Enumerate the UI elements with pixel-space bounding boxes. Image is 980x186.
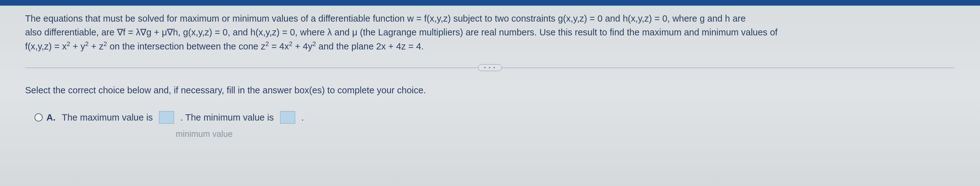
exp: 2 [67, 40, 70, 47]
problem-line-3-prefix: f(x,y,z) = x [25, 41, 67, 51]
max-value-input[interactable] [159, 111, 174, 124]
choice-a-label: A. [46, 112, 56, 123]
section-divider: • • • [25, 64, 955, 71]
problem-line-1: The equations that must be solved for ma… [25, 13, 746, 24]
problem-statement: The equations that must be solved for ma… [25, 12, 955, 53]
problem-line-3-mid4: = 4x [269, 41, 289, 51]
exp: 2 [266, 40, 269, 47]
exp: 2 [85, 40, 89, 47]
problem-line-3-mid3: on the intersection between the cone z [107, 41, 266, 51]
divider-line-left [25, 68, 478, 68]
radio-choice-a[interactable] [35, 113, 43, 121]
problem-line-3-mid1: + y [70, 41, 85, 51]
exp: 2 [103, 40, 107, 47]
content-area: The equations that must be solved for ma… [0, 6, 980, 139]
instruction-text: Select the correct choice below and, if … [25, 85, 955, 96]
choice-a-min-text: . The minimum value is [180, 112, 274, 123]
min-value-input[interactable] [280, 111, 295, 124]
problem-line-3-mid2: + z [89, 41, 104, 51]
choice-a-max-text: The maximum value is [62, 112, 153, 123]
problem-line-3-suffix: and the plane 2x + 4z = 4. [316, 41, 423, 51]
window-title-bar [0, 0, 980, 6]
faded-cutoff-text: minimum value [176, 129, 955, 139]
choice-a-row: A. The maximum value is . The minimum va… [35, 111, 955, 124]
exp: 2 [289, 40, 293, 47]
problem-line-2: also differentiable, are ∇f = λ∇g + μ∇h,… [25, 27, 778, 37]
problem-line-3-mid5: + 4y [293, 41, 312, 51]
choice-a-end-text: . [301, 112, 304, 123]
divider-line-right [502, 68, 955, 68]
exp: 2 [312, 40, 316, 47]
divider-expand-badge[interactable]: • • • [478, 64, 502, 71]
